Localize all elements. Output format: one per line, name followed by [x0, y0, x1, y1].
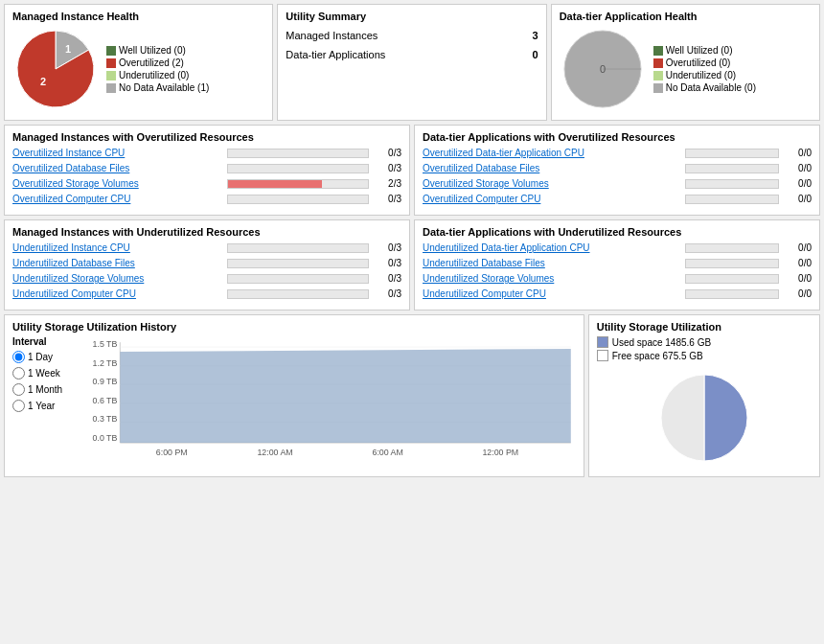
- dt-underutilized-storage-value: 0/0: [783, 273, 812, 284]
- managed-health-pie: 1 2: [12, 26, 99, 114]
- dt-underutilized-dbfiles-label[interactable]: Underutilized Database Files: [423, 258, 681, 268]
- table-row: Overutilized Computer CPU 0/0: [423, 194, 812, 204]
- table-row: Overutilized Instance CPU 0/3: [12, 148, 401, 158]
- datatier-underutilized-panel: Data-tier Applications with Underutilize…: [414, 219, 820, 310]
- free-space-legend-color: [597, 350, 608, 361]
- managed-instances-label: Managed Instances: [286, 30, 378, 41]
- underutilized-cpu-bar: [227, 243, 369, 253]
- managed-underutilized-panel: Managed Instances with Underutilized Res…: [4, 219, 410, 310]
- managed-instance-health-title: Managed Instance Health: [12, 11, 264, 22]
- overutilized-compcpu-label[interactable]: Overutilized Computer CPU: [12, 194, 223, 204]
- dt-underutilized-compcpu-bar: [685, 289, 779, 299]
- interval-1day[interactable]: 1 Day: [12, 351, 80, 363]
- table-row: Overutilized Storage Volumes 2/3: [12, 178, 401, 189]
- table-row: Underutilized Computer CPU 0/3: [12, 288, 401, 299]
- svg-marker-18: [120, 349, 570, 443]
- used-space-legend-item: Used space 1485.6 GB: [597, 336, 812, 348]
- table-row: Overutilized Database Files 0/0: [423, 163, 812, 173]
- dt-overutilized-storage-value: 0/0: [783, 178, 812, 189]
- overutilized-cpu-label[interactable]: Overutilized Instance CPU: [12, 148, 223, 158]
- utility-summary-title: Utility Summary: [286, 11, 538, 22]
- svg-text:1.5 TB: 1.5 TB: [93, 339, 118, 349]
- svg-text:1: 1: [65, 43, 71, 55]
- dt-underutilized-storage-label[interactable]: Underutilized Storage Volumes: [423, 273, 681, 284]
- svg-text:0.0 TB: 0.0 TB: [93, 433, 118, 443]
- datatier-overutilized-title: Data-tier Applications with Overutilized…: [423, 131, 812, 143]
- underutilized-compcpu-label[interactable]: Underutilized Computer CPU: [12, 288, 223, 299]
- used-space-legend-color: [597, 336, 608, 348]
- underutilized-storage-label[interactable]: Underutilized Storage Volumes: [12, 273, 223, 284]
- underutilized-storage-bar: [227, 274, 369, 284]
- table-row: Underutilized Instance CPU 0/3: [12, 242, 401, 253]
- overutilized-cpu-bar: [227, 149, 369, 158]
- datatier-health-panel: Data-tier Application Health 0 Well Util…: [551, 4, 820, 121]
- dt-underutilized-compcpu-value: 0/0: [783, 288, 812, 299]
- dt-underutilized-cpu-label[interactable]: Underutilized Data-tier Application CPU: [423, 242, 681, 253]
- svg-text:6:00 PM: 6:00 PM: [156, 448, 188, 457]
- table-row: Overutilized Storage Volumes 0/0: [423, 178, 812, 189]
- overutilized-storage-label[interactable]: Overutilized Storage Volumes: [12, 178, 223, 189]
- managed-instances-row: Managed Instances 3: [286, 30, 538, 41]
- interval-options: 1 Day 1 Week 1 Month 1 Year: [12, 351, 80, 412]
- underutilized-compcpu-bar: [227, 289, 369, 299]
- dt-overutilized-dbfiles-bar: [685, 164, 779, 173]
- svg-text:0: 0: [600, 63, 606, 75]
- dt-overutilized-compcpu-bar: [685, 195, 779, 204]
- util-storage-pie-svg: [647, 365, 762, 471]
- overutilized-dbfiles-label[interactable]: Overutilized Database Files: [12, 163, 223, 173]
- table-row: Underutilized Storage Volumes 0/0: [423, 273, 812, 284]
- interval-1week[interactable]: 1 Week: [12, 367, 80, 380]
- storage-history-title: Utility Storage Utilization History: [12, 321, 576, 333]
- table-row: Underutilized Database Files 0/3: [12, 258, 401, 268]
- interval-1month[interactable]: 1 Month: [12, 383, 80, 396]
- interval-1year[interactable]: 1 Year: [12, 400, 80, 412]
- datatier-underutilized-rows: Underutilized Data-tier Application CPU …: [423, 242, 812, 299]
- interval-label: Interval: [12, 336, 80, 347]
- managed-instances-value: 3: [533, 30, 538, 41]
- dt-underutilized-storage-bar: [685, 274, 779, 284]
- dt-overutilized-cpu-bar: [685, 149, 779, 158]
- underutilized-cpu-label[interactable]: Underutilized Instance CPU: [12, 242, 223, 253]
- managed-instance-health-panel: Managed Instance Health 1 2 Well Utilize…: [4, 4, 273, 121]
- free-space-legend-item: Free space 675.5 GB: [597, 350, 812, 361]
- dt-underutilized-dbfiles-bar: [685, 259, 779, 268]
- overutilized-cpu-value: 0/3: [373, 148, 401, 158]
- underutilized-cpu-value: 0/3: [373, 242, 401, 253]
- svg-text:12:00 AM: 12:00 AM: [257, 448, 292, 457]
- datatier-apps-value: 0: [533, 49, 538, 60]
- history-chart-container: 1.5 TB 1.2 TB 0.9 TB 0.6 TB 0.3 TB 0.0 T…: [87, 336, 576, 463]
- dt-overutilized-cpu-value: 0/0: [783, 148, 812, 158]
- svg-text:2: 2: [40, 76, 46, 87]
- dt-overutilized-dbfiles-value: 0/0: [783, 163, 812, 173]
- datatier-overutilized-panel: Data-tier Applications with Overutilized…: [414, 125, 820, 216]
- managed-overutilized-title: Managed Instances with Overutilized Reso…: [12, 131, 401, 143]
- managed-underutilized-title: Managed Instances with Underutilized Res…: [12, 226, 401, 238]
- dt-overutilized-dbfiles-label[interactable]: Overutilized Database Files: [423, 163, 681, 173]
- datatier-apps-row: Data-tier Applications 0: [286, 49, 538, 60]
- dt-overutilized-cpu-label[interactable]: Overutilized Data-tier Application CPU: [423, 148, 681, 158]
- dt-overutilized-storage-bar: [685, 179, 779, 189]
- table-row: Underutilized Computer CPU 0/0: [423, 288, 812, 299]
- dt-overutilized-storage-label[interactable]: Overutilized Storage Volumes: [423, 178, 681, 189]
- storage-history-panel: Utility Storage Utilization History Inte…: [4, 314, 584, 477]
- datatier-health-legend: Well Utilized (0) Overutilized (0) Under…: [653, 45, 756, 95]
- underutilized-storage-value: 0/3: [373, 273, 401, 284]
- managed-underutilized-rows: Underutilized Instance CPU 0/3 Underutil…: [12, 242, 401, 299]
- free-space-legend-label: Free space 675.5 GB: [612, 351, 703, 361]
- underutilized-compcpu-value: 0/3: [373, 288, 401, 299]
- table-row: Underutilized Database Files 0/0: [423, 258, 812, 268]
- underutilized-dbfiles-value: 0/3: [373, 258, 401, 268]
- dt-underutilized-compcpu-label[interactable]: Underutilized Computer CPU: [423, 288, 681, 299]
- dt-underutilized-cpu-value: 0/0: [783, 242, 812, 253]
- dt-underutilized-cpu-bar: [685, 243, 779, 253]
- svg-text:0.3 TB: 0.3 TB: [93, 415, 118, 425]
- datatier-apps-label: Data-tier Applications: [286, 49, 385, 60]
- utility-storage-utilization-panel: Utility Storage Utilization Used space 1…: [588, 314, 820, 477]
- managed-health-legend: Well Utilized (0) Overutilized (2) Under…: [106, 45, 209, 95]
- used-space-legend-label: Used space 1485.6 GB: [612, 337, 711, 348]
- dt-overutilized-compcpu-label[interactable]: Overutilized Computer CPU: [423, 194, 681, 204]
- underutilized-dbfiles-label[interactable]: Underutilized Database Files: [12, 258, 223, 268]
- managed-overutilized-panel: Managed Instances with Overutilized Reso…: [4, 125, 410, 216]
- underutilized-dbfiles-bar: [227, 259, 369, 268]
- overutilized-storage-bar: [227, 179, 369, 189]
